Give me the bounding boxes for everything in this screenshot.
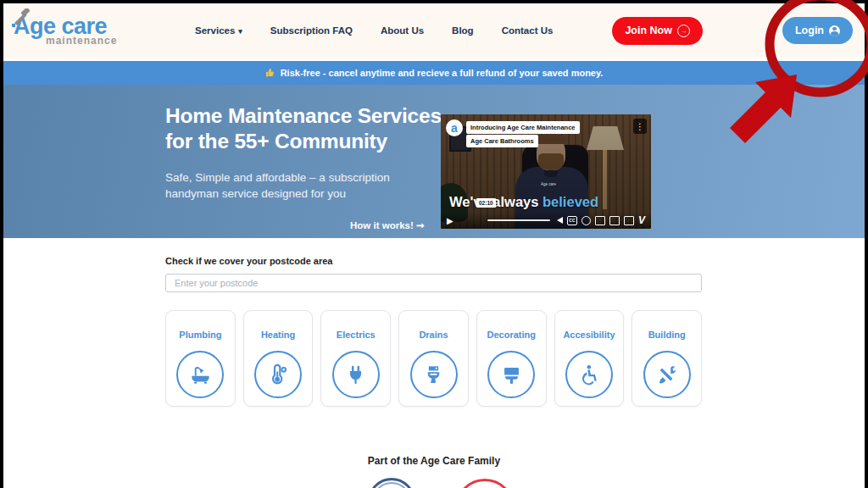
paintbrush-icon (487, 351, 535, 398)
family-logo-navy (368, 478, 415, 488)
service-card-decorating[interactable]: Decorating (476, 310, 547, 407)
nav-item-contact-us[interactable]: Contact Us (502, 25, 554, 36)
hammer-icon (10, 8, 32, 30)
shirt-watermark: Age care (541, 182, 556, 186)
settings-icon[interactable] (581, 216, 591, 225)
nav-item-services[interactable]: Services▾ (195, 25, 242, 36)
promo-banner: Risk-free - cancel anytime and recieve a… (3, 61, 865, 85)
service-card-building[interactable]: Building (632, 310, 702, 407)
wheelchair-icon (565, 351, 613, 398)
nav-item-blog[interactable]: Blog (452, 25, 474, 36)
site-logo[interactable]: Age care maintenance (14, 15, 142, 46)
thumbs-up-icon (265, 68, 275, 78)
chevron-down-icon: ▾ (238, 27, 242, 36)
video-timestamp: 02:10 (476, 198, 496, 208)
main-nav: Services▾ Subscription FAQ About Us Blog… (195, 25, 553, 36)
video-caption: We've always believed (449, 194, 598, 210)
progress-bar[interactable] (487, 219, 550, 221)
pip-icon[interactable] (609, 216, 620, 225)
arrow-right-circle-icon: → (677, 25, 690, 37)
service-card-plumbing[interactable]: Plumbing (165, 310, 236, 407)
video-channel-logo: a (446, 119, 463, 136)
promo-banner-text: Risk-free - cancel anytime and recieve a… (281, 68, 604, 78)
video-title[interactable]: Introducing Age Care Maintenance (466, 121, 580, 134)
service-card-heating[interactable]: Heating (243, 310, 314, 407)
service-card-accessibility[interactable]: Accesibility (554, 310, 625, 407)
thermometer-icon (254, 351, 302, 398)
volume-icon[interactable] (557, 217, 563, 224)
login-button[interactable]: Login (782, 17, 853, 44)
hero-subtitle: Safe, Simple and affordable – a subscrip… (165, 170, 445, 202)
postcode-input[interactable] (165, 274, 702, 292)
user-icon (829, 25, 840, 36)
logo-subtext: maintenance (46, 36, 142, 46)
service-card-electrics[interactable]: Electrics (320, 310, 391, 407)
preview-icon[interactable] (595, 216, 605, 225)
site-header: Age care maintenance Services▾ Subscript… (3, 3, 865, 58)
vimeo-icon[interactable]: V (638, 214, 645, 226)
nav-item-subscription-faq[interactable]: Subscription FAQ (270, 25, 353, 36)
bathtub-icon (176, 351, 224, 398)
nav-item-about-us[interactable]: About Us (381, 25, 424, 36)
join-now-button[interactable]: Join Now → (612, 17, 703, 45)
tools-icon (643, 351, 691, 398)
plug-icon (332, 351, 380, 398)
how-it-works-link[interactable]: How it works! ➞ (350, 219, 425, 231)
toilet-icon (410, 351, 458, 398)
family-logo-red (455, 479, 515, 488)
postcode-label: Check if we cover your postcode area (165, 256, 332, 266)
page: Age care maintenance Services▾ Subscript… (3, 3, 865, 488)
play-icon[interactable]: ▶ (447, 216, 453, 225)
hero-section: Home Maintenance Servicesfor the 55+ Com… (3, 85, 865, 238)
hero-title: Home Maintenance Servicesfor the 55+ Com… (165, 103, 453, 155)
cc-icon[interactable]: CC (567, 216, 577, 225)
video-player[interactable]: a Introducing Age Care Maintenance Age C… (441, 114, 651, 229)
kebab-menu-icon[interactable]: ⋮ (633, 119, 647, 134)
fullscreen-icon[interactable] (624, 216, 634, 225)
video-controls: ▶ CC V (441, 212, 651, 229)
service-cards: Plumbing Heating Electrics Drains Decora… (165, 310, 702, 407)
family-heading: Part of the Age Care Family (3, 455, 865, 467)
video-channel[interactable]: Age Care Bathrooms (466, 135, 538, 147)
service-card-drains[interactable]: Drains (398, 310, 469, 407)
